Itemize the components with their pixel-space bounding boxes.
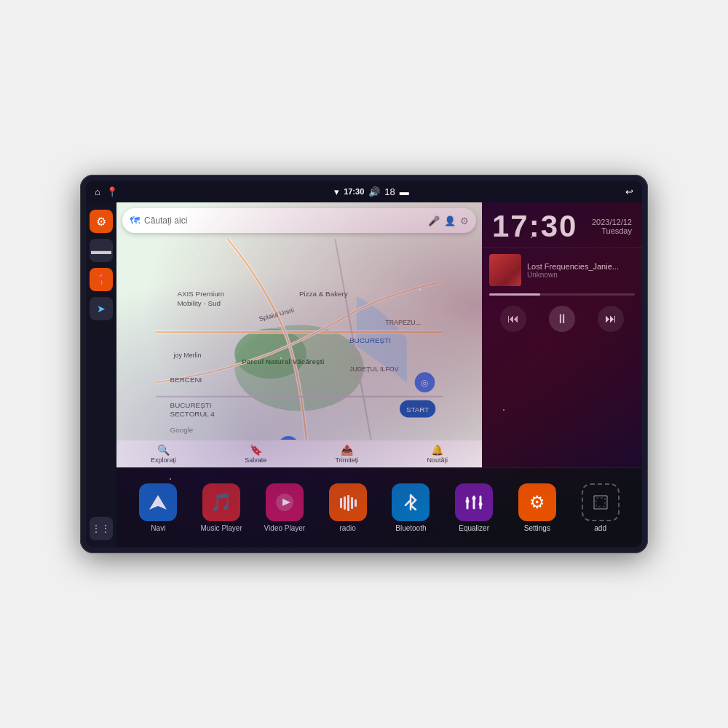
sidebar-apps-btn[interactable]: ⋮⋮: [90, 517, 113, 540]
center-area: 🗺 Căutați aici 🎤 👤 ⚙: [116, 202, 642, 547]
main-content: ⚙ ▬▬ 📍 ➤ ⋮⋮: [86, 202, 642, 547]
status-right-icons: ↩: [625, 186, 633, 197]
home-icon[interactable]: ⌂: [95, 186, 100, 197]
stars-background: [86, 202, 642, 547]
screen: ⌂ 📍 ▾ 17:30 🔊 18 ▬ ↩ ⚙ ▬▬: [86, 181, 642, 547]
right-panel: 17:30 2023/12/12 Tuesday: [482, 202, 642, 467]
wifi-icon: ▾: [334, 186, 339, 197]
star-4: [503, 409, 505, 411]
device: ⌂ 📍 ▾ 17:30 🔊 18 ▬ ↩ ⚙ ▬▬: [80, 175, 648, 553]
star-1: [197, 254, 199, 256]
sidebar-settings-btn[interactable]: ⚙: [90, 210, 113, 233]
sidebar-files-btn[interactable]: ▬▬: [90, 239, 113, 262]
status-bar: ⌂ 📍 ▾ 17:30 🔊 18 ▬ ↩: [86, 181, 642, 202]
nav-icon: ➤: [97, 303, 106, 314]
battery-num: 18: [384, 186, 395, 197]
sidebar: ⚙ ▬▬ 📍 ➤ ⋮⋮: [86, 202, 116, 547]
files-icon: ▬▬: [91, 245, 111, 256]
status-left-icons: ⌂ 📍: [95, 186, 118, 197]
battery-icon: ▬: [400, 186, 409, 197]
maps-status-icon[interactable]: 📍: [106, 186, 118, 197]
status-time: 17:30: [344, 187, 364, 196]
settings-icon: ⚙: [96, 215, 106, 229]
apps-grid-icon: ⋮⋮: [92, 524, 111, 533]
star-6: [531, 237, 532, 238]
back-icon[interactable]: ↩: [625, 186, 633, 197]
location-icon: 📍: [95, 274, 108, 285]
sidebar-nav-btn[interactable]: ➤: [90, 297, 113, 320]
star-2: [419, 289, 421, 290]
star-5: [170, 478, 171, 480]
top-section: 🗺 Căutați aici 🎤 👤 ⚙: [116, 202, 642, 467]
sidebar-location-btn[interactable]: 📍: [90, 268, 113, 291]
status-center-info: ▾ 17:30 🔊 18 ▬: [334, 186, 409, 197]
volume-icon: 🔊: [368, 186, 380, 197]
star-3: [280, 357, 282, 359]
